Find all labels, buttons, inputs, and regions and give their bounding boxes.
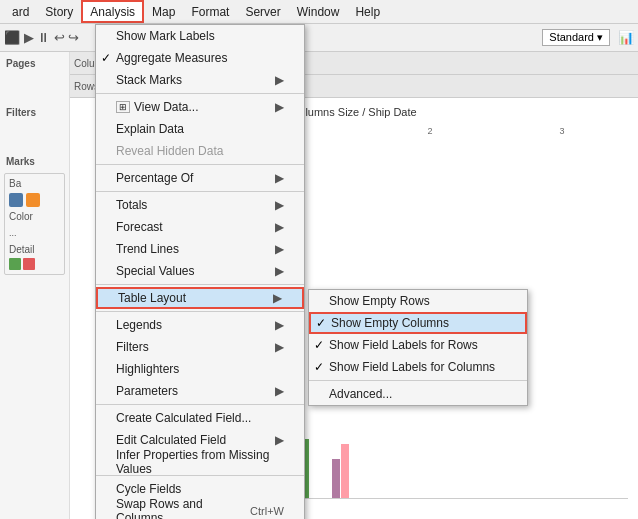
filters-label: Filters [2, 105, 67, 120]
menu-trend-lines[interactable]: Trend Lines ▶ [96, 238, 304, 260]
trend-arrow: ▶ [275, 242, 284, 256]
menu-create-calculated-field[interactable]: Create Calculated Field... [96, 407, 304, 429]
sep6 [96, 404, 304, 405]
bar [332, 459, 340, 499]
legends-arrow: ▶ [275, 318, 284, 332]
field-labels-rows-check: ✓ [314, 338, 324, 352]
color-label: Color [9, 211, 60, 222]
menu-reveal-hidden-data[interactable]: Reveal Hidden Data [96, 140, 304, 162]
menu-item-window[interactable]: Window [289, 0, 348, 23]
menu-filters[interactable]: Filters ▶ [96, 336, 304, 358]
marks-panel: Ba Color ··· Detail [4, 173, 65, 275]
bar [341, 444, 349, 499]
sep3 [96, 191, 304, 192]
toolbar-chart-icon: 📊 [618, 30, 634, 45]
parameters-arrow: ▶ [275, 384, 284, 398]
pages-label: Pages [2, 56, 67, 71]
submenu-show-field-labels-rows[interactable]: ✓ Show Field Labels for Rows [309, 334, 527, 356]
menu-aggregate-measures[interactable]: ✓ Aggregate Measures [96, 47, 304, 69]
aggregate-check: ✓ [101, 51, 111, 65]
special-arrow: ▶ [275, 264, 284, 278]
sep4 [96, 284, 304, 285]
menu-view-data[interactable]: ⊞ View Data... ▶ [96, 96, 304, 118]
menu-item-ard[interactable]: ard [4, 0, 37, 23]
toolbar-icons: ⬛ ▶ ⏸ ↩ ↪ [4, 30, 79, 45]
submenu-advanced[interactable]: Advanced... [309, 383, 527, 405]
app-window: ard Story Analysis Map Format Server Win… [0, 0, 638, 519]
view-data-arrow: ▶ [275, 100, 284, 114]
marks-label: Marks [2, 154, 67, 169]
menu-highlighters[interactable]: Highlighters [96, 358, 304, 380]
menu-item-map[interactable]: Map [144, 0, 183, 23]
menu-bar: ard Story Analysis Map Format Server Win… [0, 0, 638, 24]
menu-item-format[interactable]: Format [183, 0, 237, 23]
menu-show-mark-labels[interactable]: Show Mark Labels [96, 25, 304, 47]
edit-calc-arrow: ▶ [275, 433, 284, 447]
table-layout-arrow: ▶ [273, 291, 282, 305]
menu-special-values[interactable]: Special Values ▶ [96, 260, 304, 282]
menu-forecast[interactable]: Forecast ▶ [96, 216, 304, 238]
menu-legends[interactable]: Legends ▶ [96, 314, 304, 336]
swap-shortcut: Ctrl+W [250, 505, 284, 517]
color-swatch-2 [26, 193, 40, 207]
submenu-sep [309, 380, 527, 381]
sep5 [96, 311, 304, 312]
filters-arrow: ▶ [275, 340, 284, 354]
detail-icon-1 [9, 258, 21, 270]
menu-parameters[interactable]: Parameters ▶ [96, 380, 304, 402]
submenu-show-empty-rows[interactable]: Show Empty Rows [309, 290, 527, 312]
field-labels-cols-check: ✓ [314, 360, 324, 374]
menu-table-layout[interactable]: Table Layout ▶ Show Empty Rows ✓ Show Em… [96, 287, 304, 309]
marks-type: Ba [9, 178, 60, 189]
totals-arrow: ▶ [275, 198, 284, 212]
sep2 [96, 164, 304, 165]
submenu-show-empty-columns[interactable]: ✓ Show Empty Columns [309, 312, 527, 334]
menu-item-help[interactable]: Help [347, 0, 388, 23]
standard-dropdown[interactable]: Standard ▾ [542, 29, 610, 46]
detail-label: Detail [9, 244, 60, 255]
submenu-show-field-labels-columns[interactable]: ✓ Show Field Labels for Columns [309, 356, 527, 378]
menu-item-server[interactable]: Server [237, 0, 288, 23]
stack-marks-arrow: ▶ [275, 73, 284, 87]
detail-icon-2 [23, 258, 35, 270]
menu-swap-rows-columns[interactable]: Swap Rows and Columns Ctrl+W [96, 500, 304, 519]
menu-item-story[interactable]: Story [37, 0, 81, 23]
left-panel: Pages Filters Marks Ba Color ··· Detail [0, 52, 70, 519]
menu-percentage-of[interactable]: Percentage Of ▶ [96, 167, 304, 189]
menu-infer-properties[interactable]: Infer Properties from Missing Values [96, 451, 304, 473]
menu-item-analysis[interactable]: Analysis [81, 0, 144, 23]
analysis-dropdown[interactable]: Show Mark Labels ✓ Aggregate Measures St… [95, 24, 305, 519]
menu-explain-data[interactable]: Explain Data [96, 118, 304, 140]
show-empty-cols-check: ✓ [316, 316, 326, 330]
table-layout-submenu[interactable]: Show Empty Rows ✓ Show Empty Columns ✓ S… [308, 289, 528, 406]
sep1 [96, 93, 304, 94]
color-swatch-1 [9, 193, 23, 207]
bar-group-5 [332, 444, 349, 499]
menu-stack-marks[interactable]: Stack Marks ▶ [96, 69, 304, 91]
menu-totals[interactable]: Totals ▶ [96, 194, 304, 216]
forecast-arrow: ▶ [275, 220, 284, 234]
percentage-arrow: ▶ [275, 171, 284, 185]
